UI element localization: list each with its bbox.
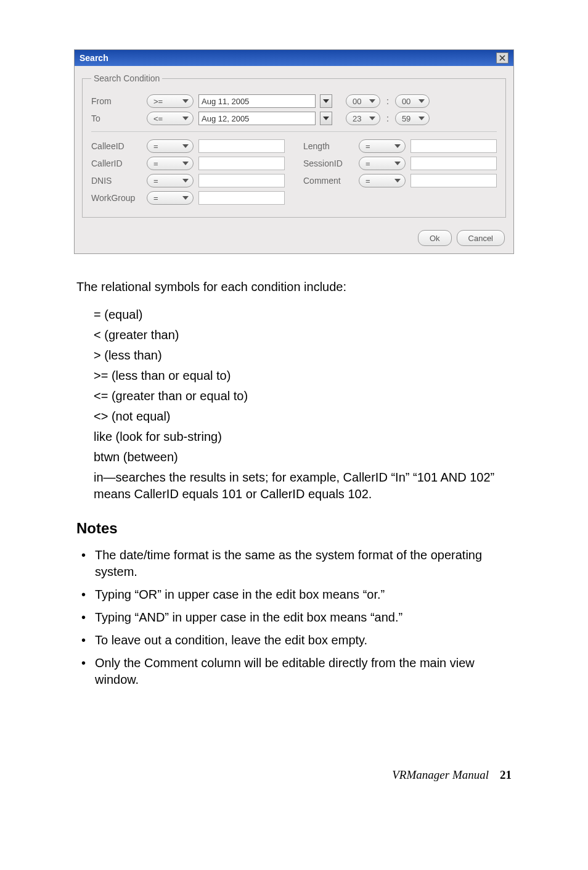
symbol-item: in—searches the results in sets; for exa… — [94, 469, 512, 503]
chevron-down-icon — [181, 162, 190, 165]
notes-item: To leave out a condition, leave the edit… — [76, 632, 512, 649]
to-row: To <= Aug 12, 2005 23 — [91, 112, 497, 125]
cancel-button[interactable]: Cancel — [457, 230, 505, 246]
ok-button[interactable]: Ok — [418, 230, 452, 246]
notes-heading: Notes — [76, 519, 512, 538]
symbol-item: like (look for sub-string) — [94, 429, 512, 445]
calleeid-label: CalleeID — [91, 141, 142, 151]
workgroup-row: WorkGroup = — [91, 191, 285, 205]
chevron-down-icon — [393, 144, 402, 148]
from-date-dropdown[interactable] — [320, 94, 332, 108]
workgroup-operator-select[interactable]: = — [147, 191, 194, 205]
dialog-button-row: Ok Cancel — [75, 225, 513, 253]
chevron-down-icon — [367, 99, 377, 103]
symbol-item: <> (not equal) — [94, 408, 512, 425]
dnis-input[interactable] — [198, 174, 285, 187]
calleeid-input[interactable] — [198, 139, 285, 153]
callerid-input[interactable] — [198, 157, 285, 170]
close-icon[interactable] — [496, 52, 508, 64]
calleeid-row: CalleeID = — [91, 139, 285, 153]
chevron-down-icon — [181, 196, 190, 200]
chevron-down-icon — [393, 179, 402, 183]
footer-title: VRManager Manual — [392, 768, 489, 782]
notes-item: Typing “OR” in upper case in the edit bo… — [76, 586, 512, 603]
chevron-down-icon — [181, 179, 190, 183]
page-footer: VRManager Manual 21 — [0, 694, 588, 806]
notes-list: The date/time format is the same as the … — [76, 547, 512, 688]
symbol-item: btwn (between) — [94, 449, 512, 466]
length-operator-select[interactable]: = — [359, 139, 406, 153]
sessionid-label: SessionID — [303, 158, 354, 168]
callerid-operator-select[interactable]: = — [147, 157, 194, 170]
sessionid-operator-select[interactable]: = — [359, 157, 406, 170]
intro-paragraph: The relational symbols for each conditio… — [76, 279, 512, 295]
chevron-down-icon — [181, 99, 190, 103]
comment-operator-select[interactable]: = — [359, 174, 406, 187]
comment-input[interactable] — [410, 174, 497, 187]
dialog-title: Search — [80, 53, 108, 63]
dnis-label: DNIS — [91, 176, 142, 186]
callerid-label: CallerID — [91, 158, 142, 168]
dnis-operator-select[interactable]: = — [147, 174, 194, 187]
from-date-input[interactable]: Aug 11, 2005 — [198, 94, 316, 108]
footer-page-number: 21 — [500, 768, 512, 782]
symbol-item: > (less than) — [94, 347, 512, 364]
notes-item: Only the Comment column will be editable… — [76, 655, 512, 688]
workgroup-input[interactable] — [198, 191, 285, 205]
symbol-list: = (equal) < (greater than) > (less than)… — [76, 306, 512, 503]
from-operator-select[interactable]: >= — [147, 94, 194, 108]
chevron-down-icon — [181, 117, 190, 120]
from-label: From — [91, 96, 142, 106]
length-input[interactable] — [410, 139, 497, 153]
body-text: The relational symbols for each conditio… — [0, 279, 588, 688]
calleeid-operator-select[interactable]: = — [147, 139, 194, 153]
chevron-down-icon — [181, 144, 190, 148]
callerid-row: CallerID = — [91, 157, 285, 170]
time-colon: : — [386, 113, 389, 123]
divider — [91, 131, 497, 132]
to-hour-select[interactable]: 23 — [346, 112, 380, 125]
to-operator-select[interactable]: <= — [147, 112, 194, 125]
search-condition-group: Search Condition From >= Aug 11, 2005 — [82, 73, 506, 218]
from-row: From >= Aug 11, 2005 0 — [91, 94, 497, 108]
symbol-item: <= (greater than or equal to) — [94, 388, 512, 404]
symbol-item: >= (less than or equal to) — [94, 367, 512, 384]
chevron-down-icon — [367, 117, 377, 120]
dialog-titlebar: Search — [75, 50, 513, 66]
workgroup-label: WorkGroup — [91, 193, 142, 203]
search-condition-legend: Search Condition — [91, 73, 162, 83]
to-label: To — [91, 113, 142, 123]
chevron-down-icon — [417, 99, 427, 103]
comment-label: Comment — [303, 176, 354, 186]
search-dialog-screenshot: Search Search Condition From >= — [74, 49, 514, 254]
search-dialog: Search Search Condition From >= — [74, 49, 514, 254]
notes-item: Typing “AND” in upper case in the edit b… — [76, 609, 512, 626]
from-minute-select[interactable]: 00 — [395, 94, 430, 108]
from-hour-select[interactable]: 00 — [346, 94, 380, 108]
symbol-item: < (greater than) — [94, 327, 512, 343]
dnis-row: DNIS = — [91, 174, 285, 187]
to-minute-select[interactable]: 59 — [395, 112, 430, 125]
sessionid-row: SessionID = — [303, 157, 497, 170]
sessionid-input[interactable] — [410, 157, 497, 170]
chevron-down-icon — [417, 117, 427, 120]
notes-item: The date/time format is the same as the … — [76, 547, 512, 580]
time-colon: : — [386, 96, 389, 106]
symbol-item: = (equal) — [94, 306, 512, 323]
to-date-dropdown[interactable] — [320, 112, 332, 125]
length-row: Length = — [303, 139, 497, 153]
to-date-input[interactable]: Aug 12, 2005 — [198, 112, 316, 125]
length-label: Length — [303, 141, 354, 151]
chevron-down-icon — [393, 162, 402, 165]
comment-row: Comment = — [303, 174, 497, 187]
